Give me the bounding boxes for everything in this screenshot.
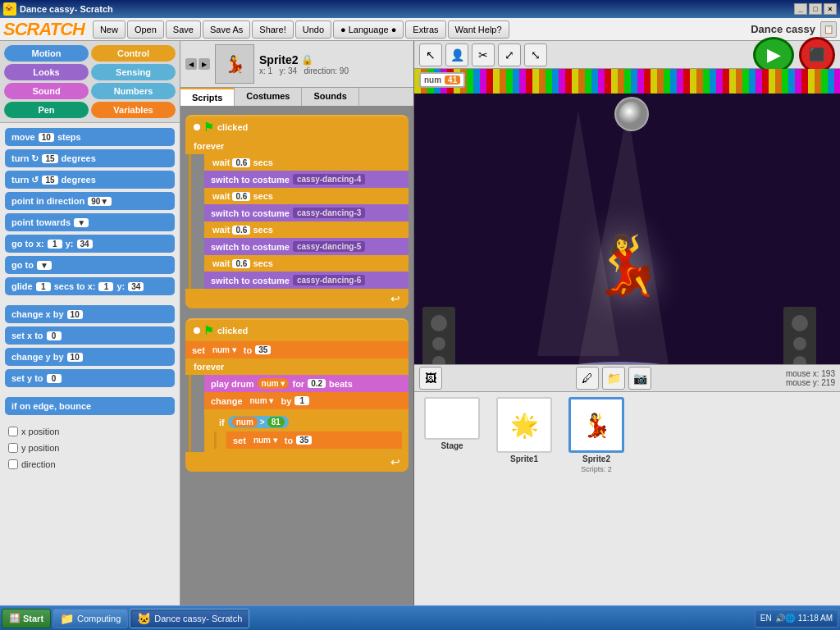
taskbar-scratch[interactable]: 🐱 Dance cassy- Scratch — [130, 609, 249, 628]
script1-wait-4[interactable]: wait 0.6 secs — [204, 255, 409, 272]
script1-wait-3[interactable]: wait 0.6 secs — [204, 221, 409, 238]
block-goto[interactable]: go to ▼ — [5, 256, 175, 274]
block-change-y-val[interactable]: 10 — [67, 353, 83, 362]
script1-switch-3[interactable]: switch to costume cassy-dancing-5 — [204, 238, 409, 255]
block-goto-target[interactable]: ▼ — [37, 261, 52, 270]
check-x-position[interactable] — [8, 427, 18, 436]
block-glide-y[interactable]: 34 — [128, 282, 144, 291]
category-variables[interactable]: Variables — [91, 102, 176, 118]
script1-forever[interactable]: forever — [185, 138, 409, 154]
block-change-y[interactable]: change y by 10 — [5, 348, 175, 366]
minimize-button[interactable]: _ — [794, 3, 807, 15]
check-y-position[interactable] — [8, 443, 18, 453]
project-notes-icon[interactable]: 📋 — [820, 21, 837, 38]
block-point-direction[interactable]: point in direction 90▼ — [5, 192, 175, 210]
script2-set2-val[interactable]: 35 — [296, 436, 312, 445]
check-direction[interactable] — [8, 459, 18, 469]
want-help-button[interactable]: Want Help? — [448, 21, 509, 39]
sprite-nav-left[interactable]: ◀ — [185, 58, 197, 70]
costume-val-4[interactable]: cassy-dancing-6 — [293, 275, 365, 285]
block-turn-cw-val[interactable]: 15 — [42, 154, 57, 163]
share-button[interactable]: Share! — [252, 21, 293, 39]
undo-button[interactable]: Undo — [295, 21, 331, 39]
script2-change-val[interactable]: 1 — [294, 396, 309, 405]
close-button[interactable]: × — [824, 3, 837, 15]
script2-hat[interactable]: ⚑ clicked — [185, 318, 409, 341]
category-sensing[interactable]: Sensing — [91, 64, 176, 80]
block-set-y-val[interactable]: 0 — [47, 374, 62, 383]
category-looks[interactable]: Looks — [4, 64, 89, 80]
costume-val-2[interactable]: cassy-dancing-3 — [293, 208, 365, 218]
block-change-x-val[interactable]: 10 — [67, 310, 83, 319]
cursor-tool[interactable]: ↖ — [419, 43, 442, 66]
folder-icon-btn[interactable]: 📁 — [602, 367, 625, 390]
expand-tool[interactable]: ⤢ — [498, 43, 521, 66]
script1-switch-2[interactable]: switch to costume cassy-dancing-3 — [204, 204, 409, 221]
category-pen[interactable]: Pen — [4, 102, 89, 118]
block-move[interactable]: move 10 steps — [5, 128, 175, 146]
start-button[interactable]: 🪟 Start — [2, 609, 51, 628]
save-button[interactable]: Save — [166, 21, 201, 39]
script1-wait-1[interactable]: wait 0.6 secs — [204, 154, 409, 171]
shrink-tool[interactable]: ⤡ — [524, 43, 547, 66]
category-control[interactable]: Control — [91, 45, 176, 62]
script1-wait-2[interactable]: wait 0.6 secs — [204, 188, 409, 204]
sprite-list-item-1[interactable]: 🌟 Sprite1 — [491, 397, 557, 465]
costume-val-3[interactable]: cassy-dancing-5 — [293, 241, 365, 252]
block-goto-xy[interactable]: go to x: 1 y: 34 — [5, 235, 175, 253]
block-point-val[interactable]: 90▼ — [88, 197, 112, 206]
extras-button[interactable]: Extras — [405, 21, 445, 39]
tab-costumes[interactable]: Costumes — [235, 88, 302, 106]
script2-set[interactable]: set num ▾ to 35 — [185, 341, 409, 358]
block-set-x[interactable]: set x to 0 — [5, 326, 175, 345]
block-glide[interactable]: glide 1 secs to x: 1 y: 34 — [5, 277, 175, 295]
taskbar-computing[interactable]: 📁 Computing — [52, 609, 128, 628]
category-numbers[interactable]: Numbers — [91, 83, 176, 99]
script1-switch-1[interactable]: switch to costume cassy-dancing-4 — [204, 171, 409, 188]
block-goto-y[interactable]: 34 — [77, 240, 93, 249]
scissors-tool[interactable]: ✂ — [472, 43, 495, 66]
script2-beats[interactable]: 0.2 — [308, 379, 326, 388]
category-sound[interactable]: Sound — [4, 83, 89, 99]
script2-play-drum[interactable]: play drum num ▾ for 0.2 beats — [204, 375, 409, 392]
maximize-button[interactable]: □ — [809, 3, 822, 15]
save-as-button[interactable]: Save As — [203, 21, 250, 39]
new-button[interactable]: New — [93, 21, 126, 39]
paint-icon-btn[interactable]: 🖊 — [576, 367, 599, 390]
costume-val-1[interactable]: cassy-dancing-4 — [293, 174, 365, 185]
sprite-list-item-2[interactable]: 💃 Sprite2 Scripts: 2 — [564, 397, 629, 473]
script2-set2[interactable]: set num ▾ to 35 — [226, 431, 402, 449]
script2-if[interactable]: if num > 81 — [211, 413, 402, 431]
block-turn-cw[interactable]: turn ↻ 15 degrees — [5, 149, 175, 167]
block-towards-val[interactable]: ▼ — [74, 218, 89, 227]
stage-thumb[interactable]: Stage — [419, 397, 485, 450]
block-glide-x[interactable]: 1 — [98, 282, 113, 291]
block-turn-ccw-val[interactable]: 15 — [42, 176, 57, 185]
block-change-x[interactable]: change x by 10 — [5, 305, 175, 323]
block-set-y[interactable]: set y to 0 — [5, 369, 175, 387]
script2-forever[interactable]: forever — [185, 358, 409, 375]
script2-set-val[interactable]: 35 — [255, 345, 271, 354]
block-move-val[interactable]: 10 — [39, 133, 54, 142]
script1-hat[interactable]: ⚑ clicked — [185, 115, 409, 138]
script2-change[interactable]: change num ▾ by 1 — [204, 392, 409, 409]
block-point-towards[interactable]: point towards ▼ — [5, 213, 175, 231]
scene-icon-btn[interactable]: 🖼 — [419, 367, 442, 390]
stop-button[interactable]: ⬛ — [799, 37, 835, 73]
block-goto-x[interactable]: 1 — [48, 240, 62, 249]
open-button[interactable]: Open — [127, 21, 164, 39]
block-glide-t[interactable]: 1 — [36, 282, 51, 291]
camera-icon-btn[interactable]: 📷 — [628, 367, 651, 390]
go-button[interactable]: ▶ — [753, 37, 794, 73]
tab-scripts[interactable]: Scripts — [180, 88, 235, 106]
block-if-on-edge[interactable]: if on edge, bounce — [5, 397, 175, 415]
block-set-x-val[interactable]: 0 — [47, 331, 62, 340]
duplicate-tool[interactable]: 👤 — [445, 43, 468, 66]
sprite-lock-icon[interactable]: 🔒 — [301, 54, 313, 66]
category-motion[interactable]: Motion — [4, 45, 89, 62]
block-turn-ccw[interactable]: turn ↺ 15 degrees — [5, 171, 175, 189]
tab-sounds[interactable]: Sounds — [302, 88, 358, 106]
script1-switch-4[interactable]: switch to costume cassy-dancing-6 — [204, 272, 409, 289]
sprite-nav-right[interactable]: ▶ — [199, 58, 210, 70]
language-button[interactable]: ● Language ● — [333, 21, 404, 39]
